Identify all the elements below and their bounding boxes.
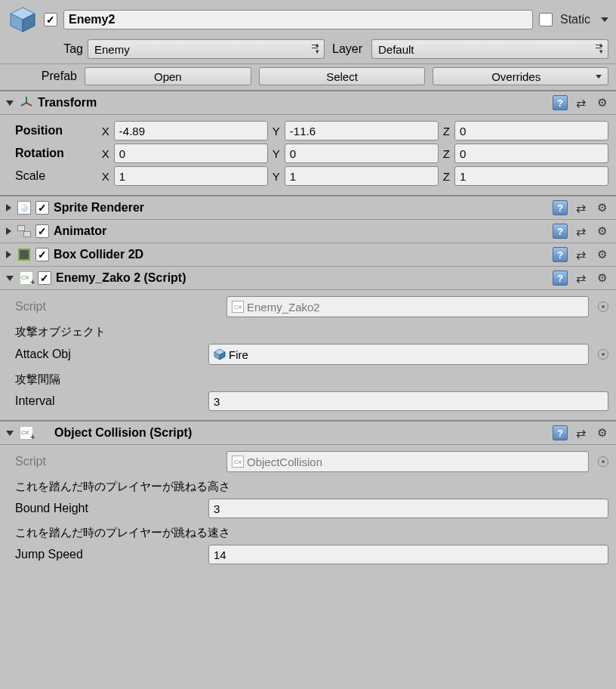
bound-header-label: これを踏んだ時のプレイヤーが跳ねる高さ <box>15 475 608 496</box>
enemy-script-settings-icon[interactable]: ⚙ <box>593 270 610 286</box>
enemy-script-preset-icon[interactable]: ⇄ <box>572 270 589 286</box>
box-collider-preset-icon[interactable]: ⇄ <box>572 246 589 263</box>
position-x-input[interactable] <box>114 121 268 141</box>
position-x-label[interactable]: X <box>102 125 109 137</box>
interval-label: Interval <box>15 394 204 408</box>
position-z-input[interactable] <box>454 121 608 141</box>
animator-help-icon[interactable]: ? <box>553 224 568 239</box>
static-label: Static <box>560 13 590 26</box>
interval-input[interactable] <box>208 391 608 411</box>
position-y-label[interactable]: Y <box>273 125 280 137</box>
object-collision-preset-icon[interactable]: ⇄ <box>572 425 589 441</box>
scale-y-input[interactable] <box>285 166 439 186</box>
layer-dropdown[interactable]: Default ▴▾ <box>371 39 608 59</box>
scale-z-input[interactable] <box>454 166 608 186</box>
transform-settings-icon[interactable]: ⚙ <box>593 94 610 111</box>
inspector-panel: Static Tag Enemy ▴▾ Layer Default ▴▾ Pre… <box>0 0 616 573</box>
prefab-select-button[interactable]: Select <box>259 67 426 85</box>
attack-obj-picker-button[interactable] <box>598 349 608 360</box>
gameobject-name-input[interactable] <box>63 10 533 29</box>
rotation-y-input[interactable] <box>285 144 439 163</box>
gameobject-active-checkbox[interactable] <box>44 13 57 26</box>
box-collider-foldout[interactable] <box>6 251 11 258</box>
jump-speed-row: Jump Speed <box>15 545 608 564</box>
rotation-z-input[interactable] <box>454 144 608 163</box>
rotation-z-label[interactable]: Z <box>443 147 450 160</box>
box-collider-checkbox[interactable] <box>35 248 49 261</box>
script-label: Script <box>15 300 204 314</box>
sprite-renderer-preset-icon[interactable]: ⇄ <box>572 199 589 216</box>
svg-line-4 <box>26 103 32 106</box>
rotation-x-input[interactable] <box>114 144 268 163</box>
sprite-renderer-icon <box>17 201 31 215</box>
transform-preset-icon[interactable]: ⇄ <box>572 94 589 111</box>
rotation-y-label[interactable]: Y <box>273 147 280 160</box>
cs-icon: C# <box>232 456 244 468</box>
animator-foldout[interactable] <box>6 227 11 235</box>
animator-icon <box>17 224 31 238</box>
sprite-renderer-header: Sprite Renderer ? ⇄ ⚙ <box>0 196 616 220</box>
script-field: C# Enemy_Zako2 <box>226 296 589 317</box>
enemy-script-checkbox[interactable] <box>38 271 51 285</box>
attack-obj-value: Fire <box>229 348 248 361</box>
box-collider-settings-icon[interactable]: ⚙ <box>593 246 610 263</box>
object-collision-foldout[interactable] <box>6 431 14 436</box>
script-row: Script C# Enemy_Zako2 <box>15 296 608 317</box>
box-collider-title: Box Collider 2D <box>54 248 143 261</box>
bound-height-label: Bound Height <box>15 502 204 515</box>
enemy-script-body: Script C# Enemy_Zako2 攻撃オブジェクト Attack Ob… <box>0 290 616 422</box>
sprite-renderer-help-icon[interactable]: ? <box>553 200 568 215</box>
attack-obj-row: Attack Obj Fire <box>15 344 608 365</box>
sprite-renderer-settings-icon[interactable]: ⚙ <box>593 199 610 216</box>
position-y-input[interactable] <box>285 121 439 141</box>
rotation-x-label[interactable]: X <box>102 147 109 160</box>
enemy-script-help-icon[interactable]: ? <box>553 270 568 286</box>
transform-icon <box>20 96 33 110</box>
bound-height-input[interactable] <box>208 499 608 518</box>
jump-speed-input[interactable] <box>208 545 608 564</box>
object-collision-settings-icon[interactable]: ⚙ <box>593 425 610 441</box>
jump-speed-label: Jump Speed <box>15 548 204 561</box>
box-collider-header: Box Collider 2D ? ⇄ ⚙ <box>0 243 616 267</box>
script-value: Enemy_Zako2 <box>247 301 320 314</box>
oc-script-picker-button[interactable] <box>598 456 608 467</box>
object-collision-header: + Object Collision (Script) ? ⇄ ⚙ <box>0 422 616 445</box>
enemy-script-header: + Enemy_Zako 2 (Script) ? ⇄ ⚙ <box>0 267 616 290</box>
tag-dropdown[interactable]: Enemy ▴▾ <box>88 39 325 59</box>
tag-value: Enemy <box>94 43 130 56</box>
scale-z-label[interactable]: Z <box>443 170 450 183</box>
position-row: Position X Y Z <box>15 121 608 141</box>
static-dropdown-arrow[interactable] <box>601 17 608 22</box>
scale-x-label[interactable]: X <box>102 170 109 183</box>
object-collision-icon: + <box>20 426 33 440</box>
rotation-label: Rotation <box>15 147 97 160</box>
layer-label: Layer <box>332 42 367 56</box>
animator-preset-icon[interactable]: ⇄ <box>572 223 589 239</box>
bound-height-row: Bound Height <box>15 499 608 518</box>
animator-header: Animator ? ⇄ ⚙ <box>0 220 616 243</box>
prefab-row: Prefab Open Select Overrides <box>0 64 616 91</box>
script-picker-button[interactable] <box>598 301 608 312</box>
box-collider-help-icon[interactable]: ? <box>553 247 568 262</box>
oc-script-value: ObjectCollision <box>247 456 322 468</box>
scale-x-input[interactable] <box>114 166 268 186</box>
enemy-script-foldout[interactable] <box>6 276 14 281</box>
animator-checkbox[interactable] <box>35 224 49 238</box>
tag-layer-row: Tag Enemy ▴▾ Layer Default ▴▾ <box>0 38 616 64</box>
enemy-script-title: Enemy_Zako 2 (Script) <box>56 271 186 285</box>
attack-obj-field[interactable]: Fire <box>208 344 589 365</box>
animator-settings-icon[interactable]: ⚙ <box>593 223 610 239</box>
prefab-open-button[interactable]: Open <box>85 67 251 85</box>
static-checkbox[interactable] <box>539 13 553 26</box>
transform-body: Position X Y Z Rotation X Y Z Scale X Y … <box>0 115 616 196</box>
transform-foldout[interactable] <box>6 100 14 106</box>
sprite-renderer-checkbox[interactable] <box>35 201 49 215</box>
transform-help-icon[interactable]: ? <box>553 95 568 110</box>
gameobject-header: Static <box>0 0 616 38</box>
scale-y-label[interactable]: Y <box>273 170 280 183</box>
prefab-overrides-button[interactable]: Overrides <box>433 67 608 85</box>
sprite-renderer-foldout[interactable] <box>6 204 11 212</box>
object-collision-help-icon[interactable]: ? <box>553 425 568 440</box>
position-z-label[interactable]: Z <box>443 125 450 137</box>
gameobject-icon[interactable] <box>8 5 38 35</box>
